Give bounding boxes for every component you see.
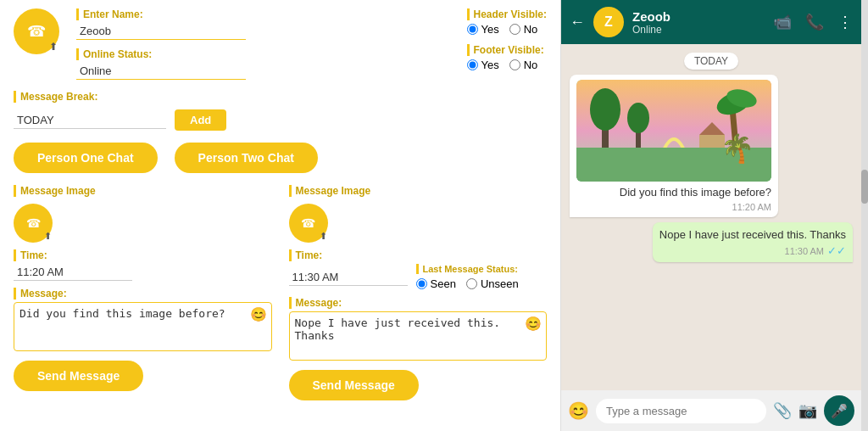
person-two-time-row: Last Message Status: Seen Unseen	[289, 264, 548, 290]
person-one-column: Message Image ☎ ⬆ Time: Message: Did you…	[14, 185, 272, 400]
whatsapp-camera-icon[interactable]: 📷	[798, 401, 817, 420]
scrollbar-thumb[interactable]	[861, 170, 868, 204]
person-one-textarea-wrap: Did you find this image before? 😊	[14, 302, 272, 354]
person-one-time-row	[14, 264, 272, 281]
received-message: Did you find this image before? 11:20 AM	[570, 75, 778, 217]
unseen-radio[interactable]	[466, 278, 477, 289]
whatsapp-mic-button[interactable]: 🎤	[824, 395, 854, 426]
online-status-input[interactable]	[76, 63, 246, 80]
svg-point-3	[590, 88, 620, 131]
header-visible-group: Header Visible: Yes No	[467, 8, 547, 36]
header-no-label[interactable]: No	[509, 23, 538, 36]
last-message-status-group: Last Message Status: Seen Unseen	[416, 264, 519, 290]
person-two-time-label: Time:	[289, 249, 548, 261]
avatar-top: ☎ ⬆	[14, 8, 59, 54]
message-break-input[interactable]	[14, 112, 166, 129]
enter-name-group: Enter Name:	[76, 8, 450, 40]
person-one-message-group: Message: Did you find this image before?…	[14, 288, 272, 354]
whatsapp-panel: ← Z Zeoob Online 📹 📞 ⋮ TODAY	[561, 0, 861, 431]
person-one-avatar-row: ☎ ⬆	[14, 204, 272, 243]
person-two-time-input[interactable]	[289, 269, 408, 286]
chat-buttons-row: Person One Chat Person Two Chat	[14, 143, 547, 173]
top-controls: Enter Name: Online Status:	[76, 8, 450, 80]
header-yes-radio[interactable]	[467, 24, 478, 35]
footer-visible-label: Footer Visible:	[467, 44, 547, 56]
person-two-time-group: Time: Last Message Status: Seen U	[289, 249, 548, 290]
unseen-label[interactable]: Unseen	[466, 277, 519, 290]
footer-visible-radios: Yes No	[467, 59, 547, 71]
person-two-message-label: Message:	[289, 297, 548, 309]
svg-rect-9	[699, 135, 725, 152]
seen-label[interactable]: Seen	[416, 277, 456, 290]
name-input[interactable]	[76, 23, 246, 40]
whatsapp-header-icons: 📹 📞 ⋮	[773, 13, 853, 31]
message-break-row: Add	[14, 109, 547, 131]
footer-yes-label[interactable]: Yes	[467, 59, 499, 71]
video-call-icon[interactable]: 📹	[773, 13, 792, 31]
person-two-avatar-row: ☎ ⬆	[289, 204, 548, 243]
received-message-image	[576, 80, 771, 182]
person-one-chat-button[interactable]: Person One Chat	[14, 143, 158, 173]
whatsapp-footer: 😊 📎 📷 🎤	[561, 390, 861, 431]
person-two-upload-icon[interactable]: ⬆	[320, 231, 327, 242]
voice-call-icon[interactable]: 📞	[805, 13, 824, 31]
whatsapp-contact-info: Zeoob Online	[632, 9, 765, 36]
received-message-text: Did you find this image before?	[620, 185, 771, 200]
footer-visible-group: Footer Visible: Yes No	[467, 44, 547, 71]
message-check-icon: ✓✓	[827, 244, 846, 257]
person-two-message-group: Message: Nope I have just received this.…	[289, 297, 548, 363]
header-no-radio[interactable]	[509, 24, 520, 35]
sent-message-meta: 11:30 AM ✓✓	[659, 244, 846, 257]
whatsapp-avatar: Z	[593, 7, 624, 37]
received-message-meta: Did you find this image before?	[576, 185, 771, 200]
footer-yes-radio[interactable]	[467, 59, 478, 70]
last-message-status-radios: Seen Unseen	[416, 277, 519, 290]
avatars-column: ☎ ⬆	[14, 8, 59, 54]
enter-name-label: Enter Name:	[76, 8, 450, 20]
person-two-send-button[interactable]: Send Message	[289, 370, 419, 400]
person-one-message-textarea[interactable]: Did you find this image before?	[14, 302, 272, 351]
svg-point-5	[627, 103, 649, 133]
svg-rect-1	[576, 148, 771, 182]
whatsapp-chat-body[interactable]: TODAY	[561, 44, 861, 390]
back-icon[interactable]: ←	[570, 14, 585, 31]
person-one-upload-icon[interactable]: ⬆	[44, 231, 52, 242]
last-message-status-label: Last Message Status:	[416, 264, 519, 274]
person-two-avatar: ☎ ⬆	[289, 204, 328, 243]
sent-message: Nope I have just received this. Thanks 1…	[653, 222, 853, 262]
more-options-icon[interactable]: ⋮	[837, 13, 853, 31]
person-two-chat-button[interactable]: Person Two Chat	[175, 143, 318, 173]
online-status-label: Online Status:	[76, 48, 450, 60]
person-one-avatar: ☎ ⬆	[14, 204, 53, 243]
whatsapp-attach-icon[interactable]: 📎	[773, 401, 792, 420]
whatsapp-contact-name: Zeoob	[632, 9, 765, 24]
person-one-message-image-label: Message Image	[14, 185, 272, 197]
add-button[interactable]: Add	[175, 109, 226, 131]
person-one-emoji-icon[interactable]: 😊	[250, 306, 267, 322]
header-yes-label[interactable]: Yes	[467, 23, 499, 36]
seen-radio[interactable]	[416, 278, 427, 289]
person-two-textarea-wrap: Nope I have just received this. Thanks 😊	[289, 311, 548, 363]
date-badge: TODAY	[684, 53, 738, 70]
whatsapp-header: ← Z Zeoob Online 📹 📞 ⋮	[561, 0, 861, 44]
person-two-emoji-icon[interactable]: 😊	[525, 316, 542, 332]
person-one-time-label: Time:	[14, 249, 272, 261]
person-two-message-textarea[interactable]: Nope I have just received this. Thanks	[289, 311, 548, 361]
avatar-upload-icon[interactable]: ⬆	[49, 41, 58, 53]
person-two-message-image-label: Message Image	[289, 185, 548, 197]
persons-row: Message Image ☎ ⬆ Time: Message: Did you…	[14, 185, 547, 400]
image-placeholder	[576, 80, 771, 182]
whatsapp-contact-status: Online	[632, 24, 765, 36]
top-row: ☎ ⬆ Enter Name: Online Status: Header Vi…	[14, 8, 547, 80]
person-one-time-input[interactable]	[14, 264, 132, 281]
footer-no-radio[interactable]	[509, 59, 520, 70]
message-break-section: Message Break:	[14, 90, 547, 103]
person-two-column: Message Image ☎ ⬆ Time: Last Message Sta…	[289, 185, 548, 400]
whatsapp-type-input[interactable]	[596, 399, 766, 423]
left-panel: ☎ ⬆ Enter Name: Online Status: Header Vi…	[0, 0, 561, 431]
whatsapp-emoji-button[interactable]: 😊	[568, 400, 589, 421]
footer-no-label[interactable]: No	[509, 59, 538, 71]
person-one-send-button[interactable]: Send Message	[14, 361, 143, 391]
online-status-group: Online Status:	[76, 48, 450, 80]
sent-message-text: Nope I have just received this. Thanks	[659, 227, 846, 243]
